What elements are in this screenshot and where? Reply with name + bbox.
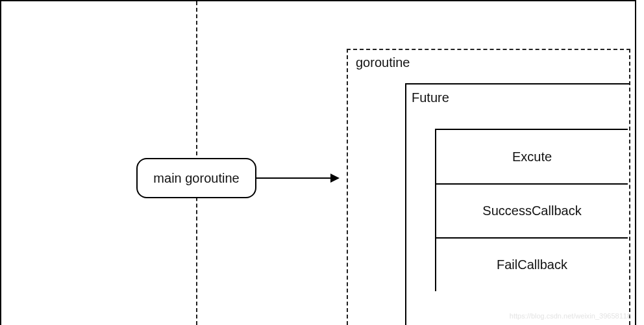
- main-goroutine-box: main goroutine: [136, 158, 256, 198]
- success-callback-label: SuccessCallback: [482, 203, 581, 218]
- watermark-text: https://blog.csdn.net/weixin_39658118: [510, 312, 631, 320]
- goroutine-label: goroutine: [356, 55, 410, 70]
- execute-cell: Excute: [435, 129, 628, 183]
- fail-callback-cell: FailCallback: [435, 237, 628, 291]
- fail-callback-label: FailCallback: [497, 257, 567, 272]
- callback-stack: Excute SuccessCallback FailCallback: [435, 129, 628, 291]
- success-callback-cell: SuccessCallback: [435, 183, 628, 237]
- arrow-to-goroutine: [256, 177, 338, 179]
- execute-label: Excute: [512, 150, 552, 164]
- main-goroutine-label: main goroutine: [153, 171, 239, 186]
- future-label: Future: [412, 90, 449, 105]
